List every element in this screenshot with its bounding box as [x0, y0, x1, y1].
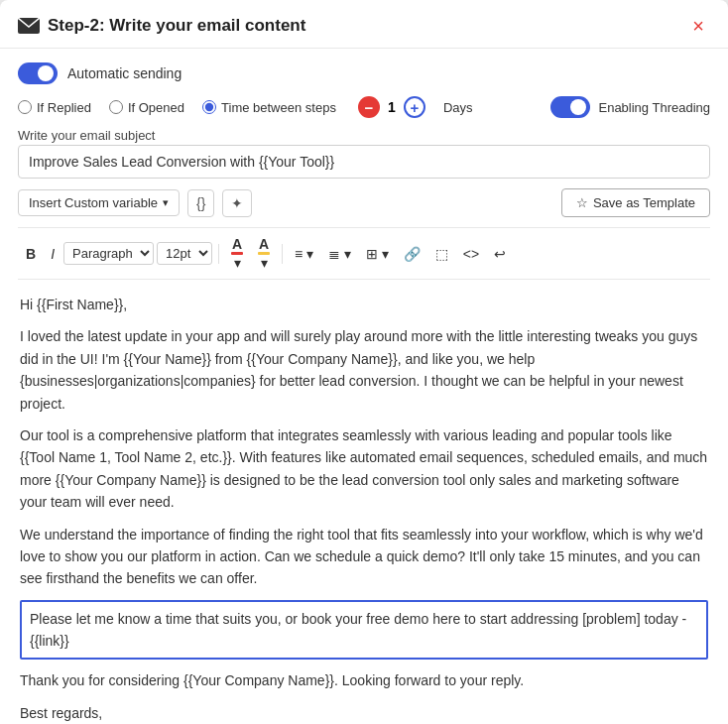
time-between-option[interactable]: Time between steps: [202, 100, 336, 115]
if-opened-label: If Opened: [128, 100, 184, 115]
highlight-dropdown-icon: ▾: [261, 255, 268, 271]
insert-variable-dropdown[interactable]: Insert Custom variable: [18, 189, 180, 216]
threading-toggle[interactable]: [550, 96, 590, 118]
closing-paragraph-1: Thank you for considering {{Your Company…: [20, 669, 708, 691]
modal-header: Step-2: Write your email content ×: [0, 0, 728, 49]
intro-paragraph: I loved the latest update in your app an…: [20, 325, 708, 415]
table-button[interactable]: ⊞ ▾: [360, 243, 395, 265]
highlight-icon: A: [259, 236, 269, 252]
toolbar-divider-2: [282, 244, 283, 264]
closing-paragraph-2: Best regards,: [20, 702, 708, 724]
font-color-icon: A: [232, 236, 242, 252]
highlighted-cta-block: Please let me know a time that suits you…: [20, 600, 708, 661]
insert-toolbar: Insert Custom variable {} ✦ ☆ Save as Te…: [18, 188, 710, 217]
numbered-list-button[interactable]: ≣ ▾: [322, 243, 357, 265]
demo-paragraph: We understand the importance of finding …: [20, 524, 708, 590]
highlighted-cta-text: Please let me know a time that suits you…: [30, 611, 686, 649]
threading-label: Enabling Threading: [598, 100, 710, 115]
auto-sending-toggle[interactable]: [18, 62, 58, 84]
auto-sending-row: Automatic sending: [18, 62, 710, 84]
image-button[interactable]: ⬚: [429, 243, 454, 265]
save-template-button[interactable]: ☆ Save as Template: [561, 188, 710, 217]
threading-row: Enabling Threading: [550, 96, 710, 118]
time-between-radio[interactable]: [202, 100, 216, 114]
decrement-step-button[interactable]: −: [358, 96, 380, 118]
auto-sending-label: Automatic sending: [67, 65, 182, 81]
step-controls: − 1 +: [358, 96, 425, 118]
save-template-label: Save as Template: [593, 195, 695, 210]
font-color-dropdown-icon: ▾: [234, 255, 241, 271]
if-replied-option[interactable]: If Replied: [18, 100, 91, 115]
undo-button[interactable]: ↩: [488, 243, 512, 265]
magic-button[interactable]: ✦: [222, 189, 252, 217]
code-button[interactable]: <>: [457, 243, 485, 265]
if-replied-radio[interactable]: [18, 100, 32, 114]
subject-input[interactable]: [18, 145, 710, 179]
paragraph-select[interactable]: Paragraph: [63, 242, 154, 265]
link-button[interactable]: 🔗: [398, 243, 426, 265]
bullet-list-button[interactable]: ≡ ▾: [289, 243, 319, 265]
if-opened-radio[interactable]: [109, 100, 123, 114]
increment-step-button[interactable]: +: [404, 96, 425, 118]
email-editor[interactable]: Hi {{First Name}}, I loved the latest up…: [18, 290, 710, 724]
if-opened-option[interactable]: If Opened: [109, 100, 184, 115]
subject-label: Write your email subject: [18, 128, 710, 143]
modal-container: Step-2: Write your email content × Autom…: [0, 0, 728, 724]
greeting-paragraph: Hi {{First Name}},: [20, 294, 708, 315]
step-value: 1: [385, 99, 399, 115]
font-size-select[interactable]: 12pt: [157, 242, 212, 265]
title-text: Step-2: Write your email content: [48, 16, 305, 36]
close-button[interactable]: ×: [686, 14, 710, 38]
modal-body: Automatic sending If Replied If Opened T…: [0, 49, 728, 724]
modal-title: Step-2: Write your email content: [18, 16, 305, 36]
radio-conditions-row: If Replied If Opened Time between steps …: [18, 96, 710, 118]
star-icon: ☆: [576, 195, 588, 210]
time-between-label: Time between steps: [221, 100, 336, 115]
bold-button[interactable]: B: [20, 243, 42, 265]
days-label: Days: [443, 100, 473, 115]
highlight-button[interactable]: A ▾: [252, 233, 276, 274]
format-toolbar: B I Paragraph 12pt A ▾ A ▾ ≡ ▾ ≣ ▾ ⊞ ▾: [18, 227, 710, 280]
font-color-button[interactable]: A ▾: [225, 233, 249, 274]
variable-braces-button[interactable]: {}: [187, 189, 214, 217]
italic-button[interactable]: I: [45, 243, 61, 265]
mail-icon: [18, 18, 40, 34]
subject-section: Write your email subject: [18, 128, 710, 179]
toolbar-divider-1: [218, 244, 219, 264]
tool-paragraph: Our tool is a comprehensive platform tha…: [20, 424, 708, 514]
if-replied-label: If Replied: [37, 100, 91, 115]
